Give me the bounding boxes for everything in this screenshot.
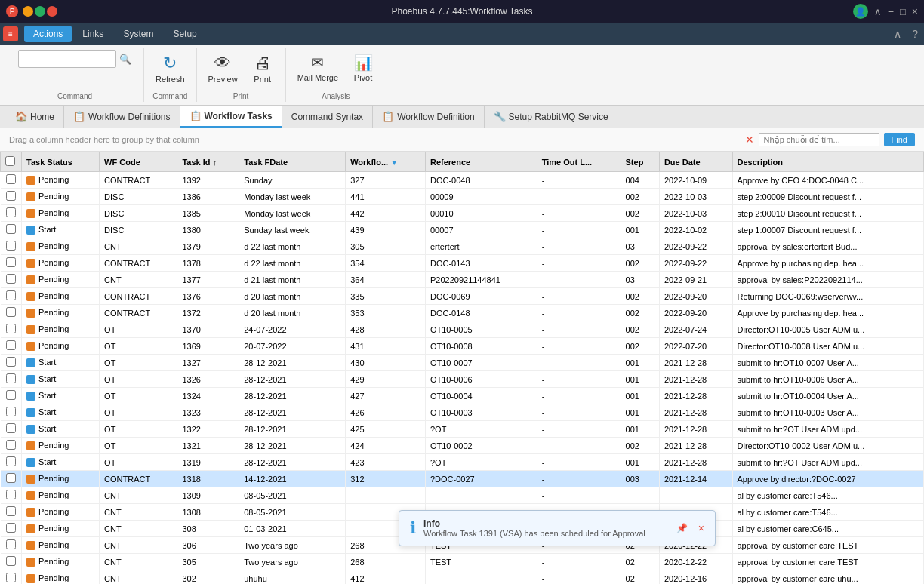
print-button[interactable]: 🖨 Print — [246, 50, 279, 88]
row-due-date: 2020-12-16 — [659, 570, 732, 585]
tab-setup-rabbitmq[interactable]: 🔧 Setup RabbitMQ Service — [485, 106, 618, 128]
row-checkbox[interactable] — [6, 191, 16, 201]
col-header-time-out[interactable]: Time Out L... — [537, 152, 621, 172]
row-due-date: 2022-10-03 — [659, 189, 732, 205]
row-reference: DOC-0143 — [425, 255, 537, 272]
table-row[interactable]: Pending CONTRACT 1392 Sunday 327 DOC-004… — [1, 172, 924, 189]
table-row[interactable]: Pending OT 1370 24-07-2022 428 OT10-0005… — [1, 321, 924, 338]
col-header-task-status[interactable]: Task Status — [22, 152, 100, 172]
table-row[interactable]: Pending CONTRACT 1376 d 20 last month 33… — [1, 288, 924, 305]
row-wf-code: CNT — [100, 570, 177, 585]
table-row[interactable]: Start OT 1322 28-12-2021 425 ?OT - 001 2… — [1, 421, 924, 438]
menu-item-links[interactable]: Links — [73, 26, 112, 42]
info-toast-pin-button[interactable]: 📌 — [676, 523, 688, 533]
mail-merge-button[interactable]: ✉ Mail Merge — [292, 50, 343, 86]
row-checkbox[interactable] — [6, 407, 16, 416]
row-checkbox[interactable] — [6, 556, 16, 566]
row-checkbox[interactable] — [6, 257, 16, 267]
window-close[interactable]: × — [912, 5, 918, 17]
table-row[interactable]: Pending DISC 1385 Monday last week 442 0… — [1, 205, 924, 222]
table-row[interactable]: Pending CNT 1377 d 21 last month 364 P20… — [1, 272, 924, 288]
row-checkbox[interactable] — [6, 423, 16, 433]
preview-button[interactable]: 👁 Preview — [203, 50, 243, 88]
info-toast-icon: ℹ — [410, 518, 416, 538]
table-row[interactable]: Pending CNT 1309 08-05-2021 - al by cust… — [1, 487, 924, 504]
col-header-workflo[interactable]: Workflo... ▼ — [346, 152, 426, 172]
close-button[interactable] — [47, 6, 57, 17]
col-header-due-date[interactable]: Due Date — [659, 152, 732, 172]
workflow-def-icon: 📋 — [73, 111, 85, 122]
table-row[interactable]: Start DISC 1380 Sunday last week 439 000… — [1, 222, 924, 238]
row-checkbox[interactable] — [6, 473, 16, 483]
row-checkbox[interactable] — [6, 440, 16, 450]
row-checkbox[interactable] — [6, 506, 16, 516]
table-row[interactable]: Pending CONTRACT 1318 14-12-2021 312 ?DO… — [1, 471, 924, 487]
table-row[interactable]: Pending CNT 302 uhuhu 412 - 02 2020-12-1… — [1, 570, 924, 585]
col-header-wf-code[interactable]: WF Code — [100, 152, 177, 172]
menu-bar: ≡ Actions Links System Setup ∧ ? — [0, 23, 924, 45]
table-row[interactable]: Pending OT 1369 20-07-2022 431 OT10-0008… — [1, 338, 924, 355]
col-header-task-fdate[interactable]: Task FDate — [239, 152, 346, 172]
row-checkbox[interactable] — [6, 207, 16, 217]
collapse-button[interactable]: ∧ — [874, 6, 882, 17]
row-checkbox[interactable] — [6, 390, 16, 400]
row-checkbox[interactable] — [6, 224, 16, 234]
col-header-task-id[interactable]: Task Id ↑ — [177, 152, 239, 172]
row-checkbox[interactable] — [6, 539, 16, 549]
table-search-input[interactable] — [759, 133, 879, 146]
menu-item-actions[interactable]: Actions — [24, 26, 72, 42]
menu-help-icon[interactable]: ? — [909, 28, 921, 40]
row-checkbox-cell — [1, 438, 22, 454]
pivot-button[interactable]: 📊 Pivot — [346, 50, 380, 86]
table-row[interactable]: Start OT 1324 28-12-2021 427 OT10-0004 -… — [1, 388, 924, 404]
menu-item-setup[interactable]: Setup — [164, 26, 205, 42]
table-row[interactable]: Pending CONTRACT 1372 d 20 last month 35… — [1, 305, 924, 321]
row-checkbox[interactable] — [6, 490, 16, 499]
select-all-checkbox[interactable] — [5, 156, 15, 166]
table-row[interactable]: Start OT 1323 28-12-2021 426 OT10-0003 -… — [1, 404, 924, 421]
row-description: approval by customer care:TEST — [732, 554, 924, 570]
table-row[interactable]: Start OT 1327 28-12-2021 430 OT10-0007 -… — [1, 355, 924, 371]
tab-workflow-tasks[interactable]: 📋 Workflow Tasks — [180, 106, 282, 128]
row-checkbox[interactable] — [6, 456, 16, 466]
table-row[interactable]: Pending CONTRACT 1378 d 22 last month 35… — [1, 255, 924, 272]
row-checkbox[interactable] — [6, 324, 16, 333]
info-toast-close-button[interactable]: × — [698, 522, 704, 534]
row-checkbox[interactable] — [6, 274, 16, 284]
row-checkbox[interactable] — [6, 373, 16, 383]
row-checkbox[interactable] — [6, 340, 16, 350]
table-row[interactable]: Pending OT 1321 28-12-2021 424 OT10-0002… — [1, 438, 924, 454]
row-checkbox[interactable] — [6, 290, 16, 300]
row-checkbox[interactable] — [6, 241, 16, 251]
table-row[interactable]: Pending CNT 305 Two years ago 268 TEST -… — [1, 554, 924, 570]
drag-close-button[interactable]: ✕ — [745, 134, 754, 146]
workflow-tasks-icon: 📋 — [189, 110, 202, 121]
menu-collapse-icon[interactable]: ∧ — [891, 28, 904, 40]
row-checkbox[interactable] — [6, 573, 16, 582]
command-search-input[interactable] — [18, 50, 116, 68]
minimize-button[interactable] — [23, 6, 33, 17]
tab-home[interactable]: 🏠 Home — [6, 106, 64, 128]
find-button[interactable]: Find — [884, 133, 915, 146]
tab-command-syntax[interactable]: Command Syntax — [282, 106, 373, 128]
col-header-reference[interactable]: Reference — [425, 152, 537, 172]
table-row[interactable]: Pending CNT 1379 d 22 last month 305 ert… — [1, 238, 924, 255]
row-checkbox[interactable] — [6, 523, 16, 533]
row-workflo: 429 — [346, 371, 426, 388]
table-row[interactable]: Start OT 1326 28-12-2021 429 OT10-0006 -… — [1, 371, 924, 388]
table-row[interactable]: Pending DISC 1386 Monday last week 441 0… — [1, 189, 924, 205]
window-maximize[interactable]: □ — [900, 6, 906, 17]
col-header-step[interactable]: Step — [621, 152, 659, 172]
tab-workflow-definition[interactable]: 📋 Workflow Definition — [373, 106, 484, 128]
table-row[interactable]: Start OT 1319 28-12-2021 423 ?OT - 001 2… — [1, 454, 924, 471]
tab-workflow-definitions[interactable]: 📋 Workflow Definitions — [64, 106, 180, 128]
menu-item-system[interactable]: System — [114, 26, 162, 42]
row-workflo: 335 — [346, 288, 426, 305]
maximize-button[interactable] — [35, 6, 45, 17]
window-minimize[interactable]: − — [888, 5, 894, 17]
row-checkbox[interactable] — [6, 357, 16, 367]
refresh-button[interactable]: ↻ Refresh — [150, 50, 190, 88]
col-header-description[interactable]: Description — [732, 152, 924, 172]
row-checkbox[interactable] — [6, 174, 16, 184]
row-checkbox[interactable] — [6, 307, 16, 317]
